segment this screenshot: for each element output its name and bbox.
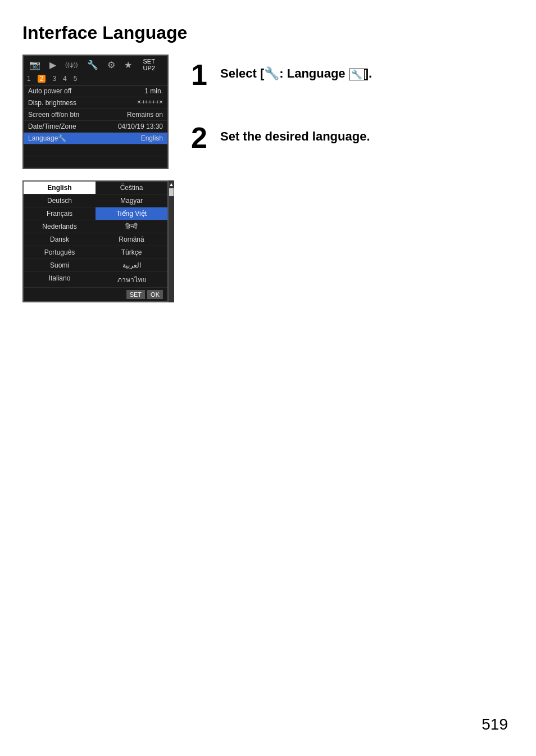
step-1-number: 1 [191, 60, 214, 89]
step-1-text: Select [🔧: Language 🔧]. [220, 60, 372, 82]
lang-option-francais[interactable]: Français [24, 207, 96, 220]
lang-option-thai[interactable]: ภาษาไทย [96, 272, 167, 288]
lang-option-portugues[interactable]: Português [24, 246, 96, 259]
menu-row-screen-off[interactable]: Screen off/on btn Remains on [24, 109, 167, 121]
language-panel: English Čeština Deutsch Magyar Français … [22, 180, 169, 302]
menu-num-3: 3 [52, 75, 56, 83]
setup-label: SET UP2 [143, 58, 165, 71]
menu-row-language[interactable]: Language🔧 English [24, 133, 167, 144]
menu-num-2: 2 [38, 75, 46, 83]
lang-option-magyar[interactable]: Magyar [96, 194, 167, 207]
menu-num-5: 5 [74, 75, 78, 83]
lang-option-arabic[interactable]: العربية [96, 259, 167, 272]
menu-num-1: 1 [27, 75, 31, 83]
lang-option-deutsch[interactable]: Deutsch [24, 194, 96, 207]
menu-row-auto-power[interactable]: Auto power off 1 min. [24, 85, 167, 97]
page-number: 519 [482, 716, 508, 734]
setup-tab-icon[interactable]: 🔧 [85, 58, 101, 71]
lang-option-english[interactable]: English [24, 182, 96, 194]
language-grid: English Čeština Deutsch Magyar Français … [24, 182, 167, 288]
language-footer: SET OK [24, 288, 167, 301]
lang-option-italiano[interactable]: Italiano [24, 272, 96, 288]
lang-option-hindi[interactable]: हिन्दी [96, 220, 167, 233]
set-button[interactable]: SET [126, 290, 145, 299]
lang-option-tieng-viet[interactable]: Tiếng Việt [96, 207, 167, 220]
custom-tab-icon[interactable]: ⚙ [105, 58, 117, 71]
menu-row-empty2 [24, 156, 167, 168]
step-2-text: Set the desired language. [220, 123, 370, 145]
play-tab-icon[interactable]: ▶ [47, 58, 58, 71]
lang-option-dansk[interactable]: Dansk [24, 233, 96, 246]
star-tab-icon[interactable]: ★ [122, 58, 134, 71]
ok-button[interactable]: OK [147, 290, 163, 299]
camera-menu-tabs: 📷 ▶ ((ψ)) 🔧 ⚙ ★ SET UP2 [24, 56, 167, 74]
camera-tab-icon[interactable]: 📷 [27, 58, 43, 71]
instructions-column: 1 Select [🔧: Language 🔧]. 2 Set the desi… [191, 55, 514, 302]
menu-page-numbers: 1 2 3 4 5 [24, 74, 167, 85]
lang-option-turkce[interactable]: Türkçe [96, 246, 167, 259]
scroll-up-arrow[interactable]: ▲ [169, 182, 174, 187]
menu-row-brightness[interactable]: Disp. brightness ☀·++·+·+·+☀ [24, 97, 167, 109]
lang-option-nederlands[interactable]: Nederlands [24, 220, 96, 233]
step-2-number: 2 [191, 123, 214, 152]
lang-option-romana[interactable]: Română [96, 233, 167, 246]
menu-num-4: 4 [63, 75, 67, 83]
scrollbar-thumb[interactable] [169, 188, 174, 196]
page-title: Interface Language [0, 0, 536, 55]
menu-row-empty1 [24, 144, 167, 156]
lang-option-suomi[interactable]: Suomi [24, 259, 96, 272]
camera-menu-panel: 📷 ▶ ((ψ)) 🔧 ⚙ ★ SET UP2 1 2 3 4 5 Auto p… [22, 55, 169, 169]
wireless-tab-icon[interactable]: ((ψ)) [63, 60, 80, 69]
step-1: 1 Select [🔧: Language 🔧]. [191, 60, 514, 89]
scrollbar[interactable]: ▲ [169, 180, 174, 302]
menu-row-datetime[interactable]: Date/Time/Zone 04/10/19 13:30 [24, 121, 167, 133]
step-2: 2 Set the desired language. [191, 123, 514, 152]
language-panel-wrapper: English Čeština Deutsch Magyar Français … [22, 180, 174, 302]
lang-option-cestina[interactable]: Čeština [96, 182, 167, 194]
